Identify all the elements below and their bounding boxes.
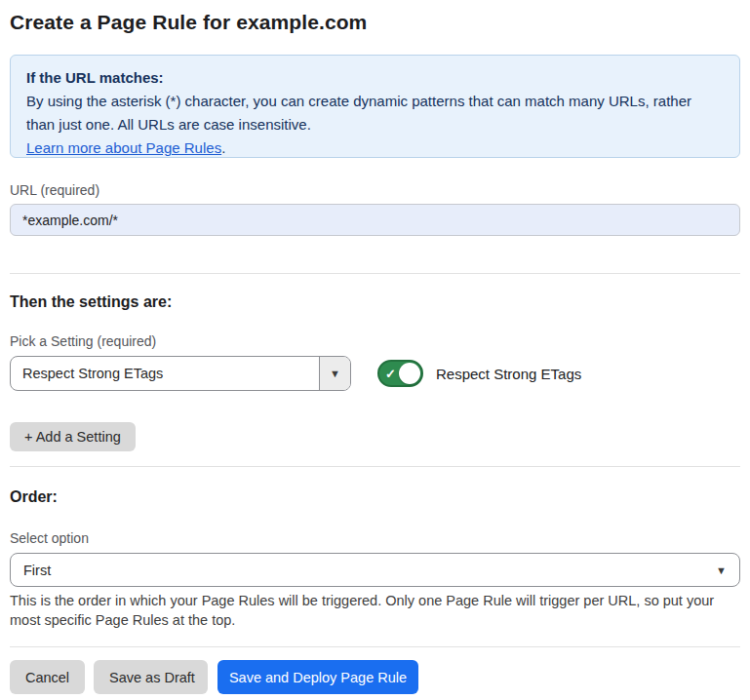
page-title: Create a Page Rule for example.com bbox=[10, 11, 740, 34]
chevron-down-icon: ▼ bbox=[330, 368, 340, 379]
section-divider bbox=[10, 273, 740, 274]
link-suffix: . bbox=[221, 139, 225, 156]
setting-row: Respect Strong ETags ▼ ✓ Respect Strong … bbox=[10, 356, 740, 391]
etags-toggle[interactable]: ✓ bbox=[377, 360, 423, 387]
setting-select[interactable]: Respect Strong ETags ▼ bbox=[10, 356, 351, 391]
info-box-heading: If the URL matches: bbox=[26, 66, 724, 90]
check-icon: ✓ bbox=[385, 368, 396, 380]
chevron-down-icon: ▼ bbox=[716, 564, 727, 576]
url-input[interactable] bbox=[10, 204, 740, 236]
toggle-knob bbox=[399, 363, 420, 384]
add-setting-button[interactable]: + Add a Setting bbox=[10, 422, 136, 451]
save-draft-button[interactable]: Save as Draft bbox=[94, 660, 208, 694]
pick-setting-label: Pick a Setting (required) bbox=[10, 333, 740, 349]
order-select-label: Select option bbox=[10, 530, 740, 546]
url-field-label: URL (required) bbox=[10, 182, 740, 198]
etags-toggle-label: Respect Strong ETags bbox=[436, 366, 581, 382]
learn-more-link[interactable]: Learn more about Page Rules bbox=[26, 139, 221, 156]
footer-divider bbox=[10, 646, 740, 647]
save-deploy-button[interactable]: Save and Deploy Page Rule bbox=[217, 660, 418, 694]
info-box-link-line: Learn more about Page Rules. bbox=[26, 136, 724, 160]
cancel-button[interactable]: Cancel bbox=[10, 660, 85, 694]
footer-actions: Cancel Save as Draft Save and Deploy Pag… bbox=[10, 660, 740, 694]
section-divider bbox=[10, 466, 740, 467]
order-select-value: First bbox=[23, 563, 51, 578]
order-section-heading: Order: bbox=[10, 488, 740, 506]
info-box-body: By using the asterisk (*) character, you… bbox=[26, 90, 709, 136]
url-matches-info-box: If the URL matches: By using the asteris… bbox=[10, 55, 740, 158]
order-select[interactable]: First ▼ bbox=[10, 553, 740, 587]
settings-section-heading: Then the settings are: bbox=[10, 293, 740, 311]
setting-select-value: Respect Strong ETags bbox=[11, 357, 319, 390]
setting-select-arrow-button[interactable]: ▼ bbox=[319, 357, 350, 390]
page-rule-form: Create a Page Rule for example.com If th… bbox=[0, 11, 750, 694]
order-help-text: This is the order in which your Page Rul… bbox=[10, 591, 736, 630]
